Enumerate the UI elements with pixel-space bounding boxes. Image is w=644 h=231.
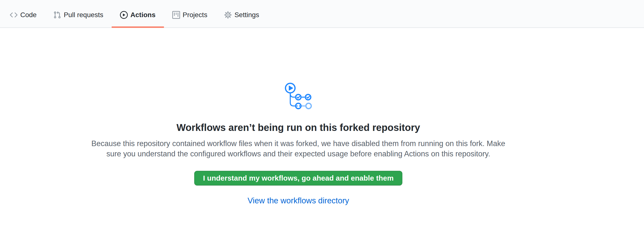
tab-code[interactable]: Code	[2, 0, 45, 28]
page-description: Because this repository contained workfl…	[91, 138, 506, 159]
code-icon	[10, 11, 18, 19]
actions-blankslate: Workflows aren’t being run on this forke…	[83, 0, 513, 205]
tab-code-label: Code	[20, 11, 37, 19]
git-pull-request-icon	[53, 11, 61, 19]
enable-workflows-button[interactable]: I understand my workflows, go ahead and …	[194, 171, 402, 185]
workflows-directory-link[interactable]: View the workflows directory	[248, 196, 349, 205]
page-title: Workflows aren’t being run on this forke…	[176, 121, 420, 134]
workflow-graph-icon	[284, 83, 312, 110]
